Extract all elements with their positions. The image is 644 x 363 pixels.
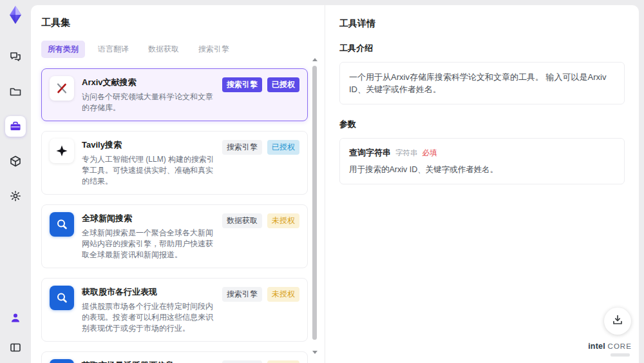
tool-card[interactable]: Arxiv文献搜索 访问各个研究领域大量科学论文和文章的存储库。 搜索引擎 已授… <box>41 68 308 121</box>
params-heading: 参数 <box>339 119 625 130</box>
tab-2[interactable]: 数据获取 <box>142 41 185 58</box>
param-head: 查询字符串 字符串 必填 <box>349 147 615 159</box>
tool-title: 全球新闻搜索 <box>82 213 214 224</box>
sidebar-item-user[interactable] <box>5 308 26 328</box>
param-name: 查询字符串 <box>349 147 391 159</box>
status-badge: 已授权 <box>267 140 299 155</box>
tool-title: 获取股市各行业表现 <box>82 286 214 298</box>
tool-list-pane: 工具集 所有类别语言翻译数据获取搜索引擎 Arxiv文献搜索 访问各个研究领域大… <box>31 5 325 363</box>
chat-icon <box>9 50 22 63</box>
tool-title: Tavily搜索 <box>82 139 214 151</box>
category-badge: 搜索引擎 <box>222 287 262 302</box>
tool-description: 访问各个研究领域大量科学论文和文章的存储库。 <box>82 92 214 113</box>
page-title: 工具集 <box>41 17 314 29</box>
scroll-up-icon[interactable] <box>312 58 317 61</box>
search-icon <box>50 212 74 237</box>
detail-title: 工具详情 <box>339 18 625 30</box>
param-type: 字符串 <box>395 148 418 158</box>
sidebar-item-panel-toggle[interactable] <box>5 337 26 358</box>
sidebar-item-folder[interactable] <box>5 81 26 102</box>
category-badge: 数据获取 <box>222 213 262 228</box>
status-badge: 未授权 <box>267 360 299 363</box>
tool-description: 全球新闻搜索是一个聚合全球各大新闻网站内容的搜索引擎，帮助用户快速获取全球最新资… <box>82 228 214 260</box>
gear-icon <box>9 190 22 202</box>
category-badge: 搜索引擎 <box>222 77 262 92</box>
sidebar-bottom <box>5 308 26 358</box>
cube-icon <box>9 155 22 168</box>
sidebar-item-chat[interactable] <box>5 46 26 67</box>
tool-title: Arxiv文献搜索 <box>82 77 214 88</box>
search-icon <box>50 286 74 310</box>
intel-core-logo: intel core <box>587 340 632 357</box>
param-required-badge: 必填 <box>422 148 437 158</box>
tab-1[interactable]: 语言翻译 <box>91 41 135 58</box>
arxiv-icon <box>50 76 74 101</box>
main-panel: 工具集 所有类别语言翻译数据获取搜索引擎 Arxiv文献搜索 访问各个研究领域大… <box>31 5 639 363</box>
tool-list: Arxiv文献搜索 访问各个研究领域大量科学论文和文章的存储库。 搜索引擎 已授… <box>41 68 308 363</box>
sidebar-nav <box>5 46 26 206</box>
tool-title: 获取市场最活跃股票信息 <box>82 360 214 363</box>
app-sidebar <box>0 0 31 363</box>
brand-subtext-decor <box>611 353 630 357</box>
list-scrollbar[interactable] <box>312 58 317 354</box>
brand-intel-text: intel <box>588 342 605 351</box>
brand-core-text: core <box>608 342 632 350</box>
scrollbar-thumb[interactable] <box>312 66 317 340</box>
category-tabs: 所有类别语言翻译数据获取搜索引擎 <box>41 41 314 58</box>
sidebar-item-gear[interactable] <box>5 186 26 206</box>
tool-description: 提供股票市场各个行业在特定时间段内的表现。投资者可以利用这些信息来识别表现优于或… <box>82 301 214 334</box>
download-button[interactable] <box>604 308 631 335</box>
tab-0[interactable]: 所有类别 <box>41 41 85 58</box>
gradient-diamond-logo <box>6 5 25 25</box>
intro-text-box: 一个用于从Arxiv存储库搜索科学论文和文章的工具。 输入可以是Arxiv ID… <box>339 62 625 104</box>
intro-heading: 工具介绍 <box>339 43 625 54</box>
category-badge: 搜索引擎 <box>222 140 262 155</box>
scroll-down-icon[interactable] <box>312 351 317 354</box>
tool-card[interactable]: Tavily搜索 专为人工智能代理 (LLM) 构建的搜索引擎工具。可快速提供实… <box>41 131 308 195</box>
sparkle-icon <box>50 139 74 163</box>
folder-icon <box>9 85 22 98</box>
status-badge: 已授权 <box>267 77 299 92</box>
sidebar-item-briefcase[interactable] <box>5 116 26 137</box>
user-icon <box>10 312 21 324</box>
briefcase-icon <box>9 120 22 133</box>
status-badge: 未授权 <box>267 287 299 302</box>
tool-detail-pane: 工具详情 工具介绍 一个用于从Arxiv存储库搜索科学论文和文章的工具。 输入可… <box>325 5 639 363</box>
tool-card[interactable]: 全球新闻搜索 全球新闻搜索是一个聚合全球各大新闻网站内容的搜索引擎，帮助用户快速… <box>41 204 308 268</box>
param-box: 查询字符串 字符串 必填 用于搜索的Arxiv ID、关键字或作者姓名。 <box>339 138 625 184</box>
download-icon <box>611 313 624 329</box>
search-icon <box>50 359 74 363</box>
tool-card[interactable]: 获取市场最活跃股票信息 提供当天交易量最高的股票列表，投资者可以利用这些信息来识… <box>41 351 308 363</box>
sidebar-item-cube[interactable] <box>5 151 26 172</box>
panel-toggle-icon <box>9 341 22 354</box>
category-badge: 搜索引擎 <box>222 360 262 363</box>
tool-description: 专为人工智能代理 (LLM) 构建的搜索引擎工具。可快速提供实时、准确和真实的结… <box>82 154 214 187</box>
param-desc: 用于搜索的Arxiv ID、关键字或作者姓名。 <box>349 164 615 175</box>
tab-3[interactable]: 搜索引擎 <box>192 41 236 58</box>
status-badge: 未授权 <box>267 213 299 228</box>
tool-card[interactable]: 获取股市各行业表现 提供股票市场各个行业在特定时间段内的表现。投资者可以利用这些… <box>41 278 308 342</box>
